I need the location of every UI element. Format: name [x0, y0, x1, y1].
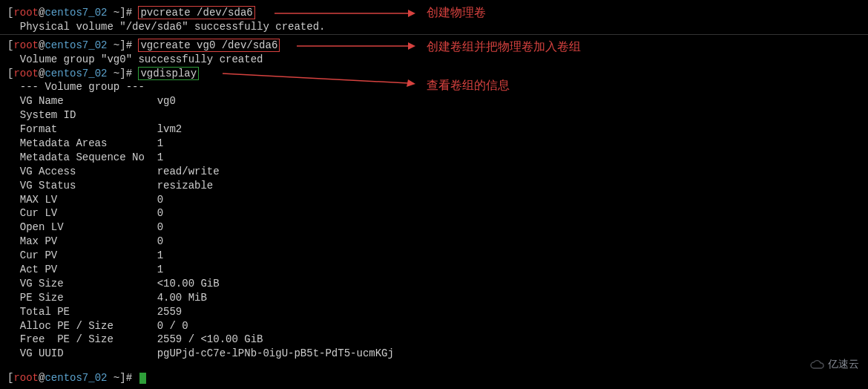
vg-field-row: VG Size <10.00 GiB: [7, 277, 861, 291]
annotation-1: 创建物理卷: [427, 4, 486, 21]
vg-field-row: Metadata Sequence No 1: [7, 151, 861, 165]
host: centos7_02: [45, 7, 107, 19]
vg-field-row: Cur PV 1: [7, 249, 861, 263]
annotation-3: 查看卷组的信息: [427, 77, 510, 94]
command-vgcreate: vgcreate vg0 /dev/sda6: [138, 39, 280, 52]
divider: [0, 34, 868, 35]
svg-marker-1: [408, 10, 415, 17]
cursor-icon: [139, 373, 146, 384]
user: root: [13, 7, 39, 19]
vg-field-row: Act PV 1: [7, 263, 861, 277]
vg-field-row: VG UUID pgUPjd-cC7e-lPNb-0igU-pB5t-PdT5-…: [7, 347, 861, 361]
vg-field-row: Format lvm2: [7, 122, 861, 137]
vg-field-row: Cur LV 0: [7, 206, 861, 220]
svg-line-4: [223, 73, 408, 83]
arrow-3-icon: [223, 71, 415, 93]
command-vgdisplay: vgdisplay: [138, 67, 199, 80]
output-pvcreate: Physical volume "/dev/sda6" successfully…: [7, 20, 861, 34]
vg-field-row: PE Size 4.00 MiB: [7, 291, 861, 305]
cloud-icon: [809, 359, 825, 370]
vg-fields: VG Name vg0 System ID Format lvm2 Metada…: [7, 94, 861, 361]
arrow-1-icon: [274, 7, 415, 22]
vg-field-row: Free PE / Size 2559 / <10.00 GiB: [7, 333, 861, 347]
vg-field-row: Alloc PE / Size 0 / 0: [7, 319, 861, 333]
watermark: 亿速云: [809, 357, 859, 371]
annotation-2: 创建卷组并把物理卷加入卷组: [427, 39, 581, 55]
vg-field-row: Metadata Areas 1: [7, 137, 861, 151]
command-pvcreate: pvcreate /dev/sda6: [138, 6, 254, 19]
vg-field-row: System ID: [7, 108, 861, 122]
svg-marker-5: [407, 79, 415, 87]
vg-field-row: VG Access read/write: [7, 165, 861, 179]
vg-field-row: MAX LV 0: [7, 193, 861, 207]
terminal-prompt-idle[interactable]: [root@centos7_02 ~]#: [7, 371, 861, 385]
vg-field-row: VG Status resizable: [7, 179, 861, 193]
svg-marker-3: [408, 42, 415, 50]
vg-field-row: Max PV 0: [7, 235, 861, 249]
vg-field-row: VG Name vg0: [7, 94, 861, 108]
vg-field-row: Total PE 2559: [7, 305, 861, 319]
arrow-2-icon: [297, 40, 415, 55]
vg-field-row: Open LV 0: [7, 220, 861, 235]
